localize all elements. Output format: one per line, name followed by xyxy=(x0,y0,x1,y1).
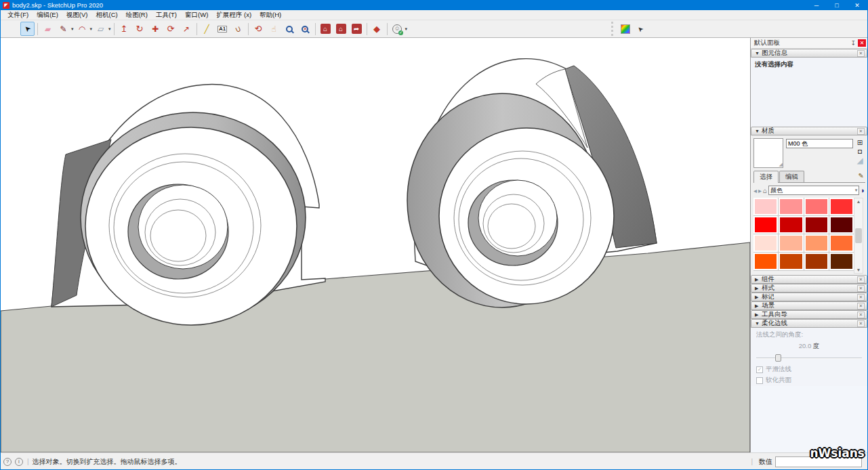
menu-item-7[interactable]: 扩展程序 (x) xyxy=(212,11,255,20)
section-header-styles[interactable]: ▶ 样式 ✕ xyxy=(751,284,867,293)
minimize-button[interactable]: ─ xyxy=(806,0,827,10)
color-swatch[interactable] xyxy=(753,253,778,270)
extension-warehouse-button[interactable]: ➦ xyxy=(350,22,364,36)
resize-corner-icon[interactable]: ◢ xyxy=(779,162,783,167)
toolbar-group-3: ╱A1∪ xyxy=(199,22,246,36)
section-close-icon[interactable]: ✕ xyxy=(857,294,865,301)
slider-thumb[interactable] xyxy=(775,354,781,362)
zoom-extents-tool-button[interactable] xyxy=(298,22,312,36)
section-header-soften-edges[interactable]: ▼ 柔化边线 ✕ xyxy=(751,319,867,328)
push-pull-tool-button[interactable]: ↥ xyxy=(117,22,131,36)
menu-item-3[interactable]: 相机(C) xyxy=(91,11,121,20)
geolocation-icon[interactable]: ? xyxy=(3,458,12,466)
angle-slider[interactable] xyxy=(756,354,862,363)
section-close-icon[interactable]: ✕ xyxy=(857,50,865,57)
pan-tool-button[interactable]: ☝ xyxy=(267,22,281,36)
material-name-input[interactable] xyxy=(786,139,853,148)
color-swatch[interactable] xyxy=(753,216,778,234)
section-close-icon[interactable]: ✕ xyxy=(857,285,865,292)
tab-edit[interactable]: 编辑 xyxy=(779,171,804,182)
send-to-layout-button[interactable]: ◆ xyxy=(370,22,384,36)
menu-item-5[interactable]: 工具(T) xyxy=(152,11,181,20)
rectangle-tool-button[interactable]: ▱ xyxy=(94,22,108,36)
follow-me-tool-button[interactable]: ↻ xyxy=(133,22,147,36)
share-model-button[interactable]: ⌂ xyxy=(334,22,348,36)
arc-tool-button[interactable]: ◠ xyxy=(75,22,89,36)
color-swatch[interactable] xyxy=(804,198,829,215)
color-swatch[interactable] xyxy=(829,216,854,234)
pencil-icon[interactable]: ✎ xyxy=(859,172,864,179)
section-header-entity-info[interactable]: ▼ 图元信息 ✕ xyxy=(751,49,867,58)
tray-close-button[interactable]: ✕ xyxy=(858,39,866,47)
menu-item-1[interactable]: 编辑(E) xyxy=(33,11,62,20)
section-header-tags[interactable]: ▶ 标记 ✕ xyxy=(751,293,867,301)
dropdown-arrow-icon[interactable]: ▾ xyxy=(90,26,93,32)
section-close-icon[interactable]: ✕ xyxy=(857,312,865,318)
color-swatch[interactable] xyxy=(804,253,829,270)
forward-arrow-icon[interactable]: ▸ xyxy=(758,187,762,194)
maximize-button[interactable]: □ xyxy=(827,0,847,10)
color-swatch[interactable] xyxy=(804,234,829,252)
swatch-scrollbar[interactable]: ▲ ▼ xyxy=(854,198,863,274)
section-header-components[interactable]: ▶ 组件 ✕ xyxy=(751,275,867,284)
menu-item-2[interactable]: 视图(V) xyxy=(62,11,92,20)
scroll-thumb[interactable] xyxy=(855,228,862,243)
dropdown-arrow-icon[interactable]: ▾ xyxy=(71,26,74,32)
pin-icon[interactable]: ↧ xyxy=(850,40,856,47)
menu-item-8[interactable]: 帮助(H) xyxy=(255,11,285,20)
create-material-icon[interactable]: ⊞ xyxy=(857,139,863,146)
dropdown-arrow-icon[interactable]: ▾ xyxy=(108,26,111,32)
menu-item-0[interactable]: 文件(F) xyxy=(3,11,33,20)
text-tool-button[interactable]: A1 xyxy=(215,22,230,36)
color-swatch[interactable] xyxy=(829,198,854,215)
section-header-instructor[interactable]: ▶ 工具向导 ✕ xyxy=(751,310,867,319)
model-viewport[interactable] xyxy=(1,38,751,452)
paint-bucket-3d-icon[interactable]: ◘ xyxy=(858,148,862,155)
tape-measure-tool-button[interactable]: ╱ xyxy=(200,22,214,36)
cursor-button[interactable]: ➤ xyxy=(634,22,648,36)
color-swatch[interactable] xyxy=(804,216,829,234)
back-arrow-icon[interactable]: ◂ xyxy=(753,187,757,194)
move-tool-button[interactable]: ✚ xyxy=(148,22,163,36)
get-models-button[interactable]: ⌂ xyxy=(318,22,333,36)
collection-dropdown[interactable]: 颜色 ▾ xyxy=(768,186,859,195)
color-swatch[interactable] xyxy=(829,234,854,252)
color-swatch[interactable] xyxy=(779,253,803,270)
section-close-icon[interactable]: ✕ xyxy=(857,320,865,327)
sample-paint-icon[interactable]: ◗ xyxy=(861,186,865,194)
scroll-down-icon[interactable]: ▼ xyxy=(856,268,861,272)
zoom-tool-button[interactable] xyxy=(283,22,297,36)
color-swatch-button[interactable] xyxy=(618,22,632,36)
close-button[interactable]: ✕ xyxy=(847,0,867,10)
section-close-icon[interactable]: ✕ xyxy=(857,128,865,135)
color-swatch[interactable] xyxy=(779,198,803,215)
color-swatch[interactable] xyxy=(779,216,803,234)
section-header-scenes[interactable]: ▶ 场景 ✕ xyxy=(751,301,867,310)
rotate-tool-button[interactable]: ⟳ xyxy=(164,22,178,36)
menu-item-6[interactable]: 窗口(W) xyxy=(181,11,212,20)
info-icon[interactable]: i xyxy=(15,458,23,466)
select-tool-button[interactable]: ➤ xyxy=(20,22,35,36)
home-icon[interactable]: ⌂ xyxy=(763,187,767,194)
eraser-tool-button[interactable]: ▰ xyxy=(41,22,55,36)
entity-info-body: 没有选择内容 xyxy=(751,58,867,127)
color-swatch[interactable] xyxy=(779,234,803,252)
section-close-icon[interactable]: ✕ xyxy=(857,303,865,309)
dropdown-arrow-icon[interactable]: ▾ xyxy=(405,26,408,32)
account-button[interactable]: ☺ xyxy=(390,22,405,36)
section-close-icon[interactable]: ✕ xyxy=(857,276,865,283)
tab-select[interactable]: 选择 xyxy=(753,171,779,183)
menu-item-4[interactable]: 绘图(R) xyxy=(122,11,152,20)
scale-tool-button[interactable]: ↗ xyxy=(180,22,194,36)
color-swatch[interactable] xyxy=(829,253,854,270)
line-tool-button[interactable]: ✎ xyxy=(56,22,70,36)
paint-bucket-tool-button[interactable]: ∪ xyxy=(231,22,245,36)
scroll-up-icon[interactable]: ▲ xyxy=(856,199,861,204)
section-header-materials[interactable]: ▼ 材质 ✕ xyxy=(751,127,867,135)
material-preview[interactable]: ◢ xyxy=(753,138,783,168)
orbit-tool-button[interactable]: ⟲ xyxy=(251,22,266,36)
smooth-normals-checkbox[interactable]: ✓ xyxy=(756,366,763,373)
soften-coplanar-checkbox[interactable] xyxy=(756,377,763,384)
color-swatch[interactable] xyxy=(753,234,778,252)
color-swatch[interactable] xyxy=(753,198,778,215)
